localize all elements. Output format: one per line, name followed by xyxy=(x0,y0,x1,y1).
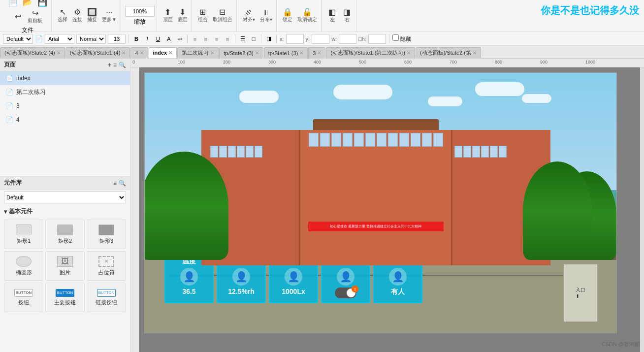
cloud4 xyxy=(475,82,524,96)
comp-item-rect1[interactable]: 矩形1 xyxy=(4,220,43,249)
building-center: 初心是使命 凝聚新力量 坚持推进建立社会主义的十九大精神 xyxy=(299,130,452,265)
distribute-button[interactable]: ⫼ 分布▾ xyxy=(258,7,274,24)
align-button[interactable]: ⫻ 对齐▾ xyxy=(241,7,257,24)
group-button[interactable]: ⊞ 组合 xyxy=(196,7,210,24)
basic-components-category[interactable]: ▾ 基本元件 xyxy=(0,205,130,218)
tab-close-icon[interactable]: ✕ xyxy=(122,50,126,56)
add-page-icon[interactable]: + xyxy=(108,62,111,68)
tab-close-icon[interactable]: ✕ xyxy=(140,50,144,56)
tab-(动态面板)/State1-(4)[interactable]: (动态面板)/State1 (4)✕ xyxy=(65,47,130,58)
cloud1 xyxy=(239,91,279,103)
snap-button[interactable]: 🔲 捕捉 xyxy=(85,7,99,24)
comp-item-ellipse[interactable]: 椭圆形 xyxy=(4,251,43,281)
tab-(动态面板)/State1-(第二次练习)[interactable]: (动态面板)/State1 (第二次练习)✕ xyxy=(326,47,415,58)
font-family-select[interactable]: Arial xyxy=(45,34,74,44)
tab-3[interactable]: 3✕ xyxy=(308,47,325,58)
tab-tp/State1-(3)[interactable]: tp/State1 (3)✕ xyxy=(264,47,308,58)
page-select[interactable]: Default xyxy=(3,34,33,44)
fill-button[interactable]: ◨ xyxy=(264,34,273,44)
underline-button[interactable]: U xyxy=(154,34,162,44)
comp-settings-icon[interactable]: ≡ xyxy=(113,180,117,187)
tab-(动态面板)/State2-(4)[interactable]: (动态面板)/State2 (4)✕ xyxy=(0,47,65,58)
border-button[interactable]: □ xyxy=(249,34,258,44)
ungroup-button[interactable]: ⊟ 取消组合 xyxy=(211,7,234,24)
search-pages-icon[interactable]: 🔍 xyxy=(119,62,126,68)
pages-section: 页面 + ≡ 🔍 📄index📄第二次练习📄3📄4 xyxy=(0,59,130,177)
comp-label-primary-button: 主要按钮 xyxy=(54,299,76,306)
tab-close-icon[interactable]: ✕ xyxy=(210,50,214,56)
tab-close-icon[interactable]: ✕ xyxy=(473,50,477,56)
page-item-第二次练习[interactable]: 📄第二次练习 xyxy=(0,85,130,99)
page-icon: 📄 xyxy=(6,116,13,123)
tab-close-icon[interactable]: ✕ xyxy=(317,50,321,56)
y-input[interactable] xyxy=(312,34,329,44)
lighting-toggle[interactable]: 1 xyxy=(335,288,356,298)
props-icon1[interactable]: 📄 xyxy=(35,35,43,42)
vertical-scrollbar[interactable] xyxy=(640,67,644,352)
comp-item-rect2[interactable]: 矩形2 xyxy=(45,220,85,249)
page-item-3[interactable]: 📄3 xyxy=(0,99,130,113)
select-button[interactable]: ↖ 选择 xyxy=(56,7,69,24)
tab-close-icon[interactable]: ✕ xyxy=(57,50,61,56)
comp-item-rect3[interactable]: 矩形3 xyxy=(87,220,126,249)
tab-close-icon[interactable]: ✕ xyxy=(255,50,259,56)
w-input[interactable] xyxy=(339,34,356,44)
font-style-select[interactable]: Normal xyxy=(76,34,106,44)
undo-button[interactable]: ↩ xyxy=(11,8,25,25)
tab-close-icon[interactable]: ✕ xyxy=(168,50,172,56)
save-button[interactable]: 💾 xyxy=(35,0,49,7)
tree-left xyxy=(144,152,228,260)
tab-close-icon[interactable]: ✕ xyxy=(407,50,411,56)
redo-button[interactable]: ↪ 剪贴板 xyxy=(26,8,44,25)
comp-item-placeholder[interactable]: ✕ 占位符 xyxy=(87,251,126,281)
bold-button[interactable]: B xyxy=(132,34,141,44)
canvas-area[interactable]: 01002003004005006007008009001000 xyxy=(130,59,644,352)
tab-tp/State2-(3)[interactable]: tp/State2 (3)✕ xyxy=(219,47,263,58)
font-size-input[interactable] xyxy=(108,34,126,44)
align-right-button[interactable]: ≡ xyxy=(212,34,221,44)
x-input[interactable] xyxy=(286,34,304,44)
page-settings-icon[interactable]: ≡ xyxy=(113,62,117,68)
lock-button[interactable]: 🔒 锁定 xyxy=(281,7,294,24)
canvas-content[interactable]: 初心是使命 凝聚新力量 坚持推进建立社会主义的十九大精神 xyxy=(139,67,644,352)
tab-index[interactable]: index✕ xyxy=(149,47,177,58)
main-area: 页面 + ≡ 🔍 📄index📄第二次练习📄3📄4 元件库 ≡ 🔍 Defaul… xyxy=(0,59,644,352)
category-arrow: ▾ xyxy=(4,208,7,215)
component-library-select[interactable]: Default xyxy=(4,192,126,203)
h-input[interactable] xyxy=(368,34,386,44)
left-align-button[interactable]: ◧ 左 xyxy=(325,7,339,24)
separator2 xyxy=(187,34,188,43)
zoom-input[interactable] xyxy=(125,6,155,17)
page-item-index[interactable]: 📄index xyxy=(0,71,130,85)
list-button[interactable]: ☰ xyxy=(238,34,247,44)
more-button[interactable]: ··· 更多▼ xyxy=(100,7,119,24)
hide-checkbox[interactable] xyxy=(392,34,399,41)
new-button[interactable]: 📄 xyxy=(6,0,20,7)
comp-search-icon[interactable]: 🔍 xyxy=(119,180,126,187)
comp-item-button[interactable]: BUTTON 按钮 xyxy=(4,283,43,312)
bottom-layer-button[interactable]: ⬇ 底层 xyxy=(176,7,190,24)
right-align-button[interactable]: ◨ 右 xyxy=(340,7,354,24)
comp-item-link-button[interactable]: BUTTON 链接按钮 xyxy=(87,283,126,312)
win xyxy=(463,146,471,158)
windows-right xyxy=(452,144,543,160)
open-button[interactable]: 📂 xyxy=(21,0,34,7)
align-left-button[interactable]: ≡ xyxy=(191,34,199,44)
tab-4[interactable]: 4✕ xyxy=(130,47,148,58)
top-layer-button[interactable]: ⬆ 顶层 xyxy=(161,7,175,24)
ruler-tick-400: 400 xyxy=(314,60,321,64)
comp-item-image[interactable]: 🖼 图片 xyxy=(45,251,85,281)
connect-button[interactable]: ⚙ 连接 xyxy=(70,7,84,24)
page-item-4[interactable]: 📄4 xyxy=(0,113,130,127)
ruler-horizontal: 01002003004005006007008009001000 xyxy=(130,59,644,67)
color-button[interactable]: A xyxy=(164,34,173,44)
highlight-button[interactable]: ▭ xyxy=(175,34,184,44)
tab-close-icon[interactable]: ✕ xyxy=(299,50,303,56)
align-justify-button[interactable]: ≡ xyxy=(223,34,232,44)
comp-item-primary-button[interactable]: BUTTON 主要按钮 xyxy=(45,283,85,312)
align-center-button[interactable]: ≡ xyxy=(201,34,210,44)
unlock-button[interactable]: 🔓 取消锁定 xyxy=(295,7,319,24)
italic-button[interactable]: I xyxy=(143,34,152,44)
tab-(动态面板)/State2-(第[interactable]: (动态面板)/State2 (第✕ xyxy=(416,47,481,58)
tab-第二次练习[interactable]: 第二次练习✕ xyxy=(177,47,219,58)
